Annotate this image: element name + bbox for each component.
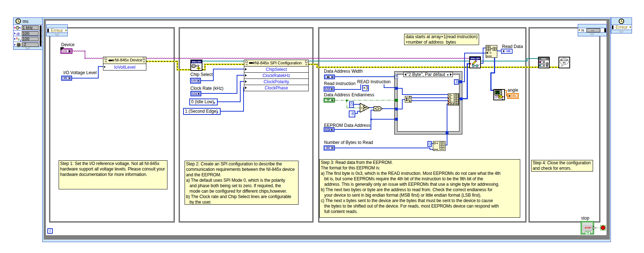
- svg-text:?!: ?!: [246, 64, 248, 66]
- svg-text:?!: ?!: [581, 29, 584, 32]
- svg-text:?: ?: [361, 107, 363, 110]
- svg-text:Erreur: Erreur: [51, 28, 63, 33]
- svg-text:1 kHz: 1 kHz: [23, 25, 33, 30]
- svg-text:F: F: [364, 109, 365, 112]
- svg-text:?!: ?!: [143, 61, 145, 63]
- svg-text:dt: dt: [16, 32, 20, 36]
- svg-text:T: T: [364, 104, 365, 107]
- svg-text:1: 1: [20, 39, 21, 42]
- svg-text:?!: ?!: [305, 64, 308, 66]
- svg-text:1: 1: [502, 96, 504, 100]
- svg-text:100: 100: [23, 31, 29, 36]
- svg-text:ms: ms: [23, 19, 28, 24]
- svg-text:Erreur: Erreur: [616, 25, 628, 30]
- svg-text:--: --: [591, 28, 594, 32]
- svg-text:100: 100: [23, 37, 29, 41]
- svg-text:-2: -2: [23, 42, 26, 47]
- svg-text:?!: ?!: [562, 61, 566, 65]
- svg-text:?!: ?!: [105, 61, 107, 63]
